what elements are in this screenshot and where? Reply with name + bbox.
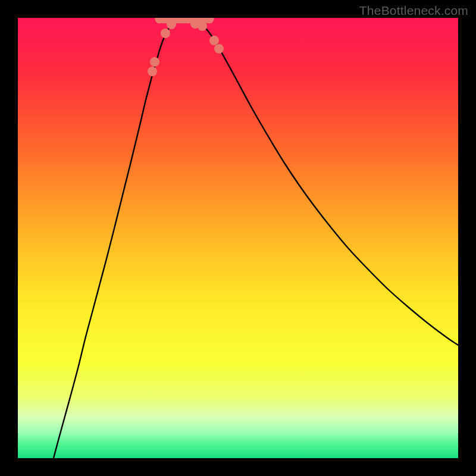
curve-marker	[198, 21, 207, 31]
curve-marker	[150, 57, 159, 67]
curve-marker	[167, 20, 176, 29]
curve-marker	[209, 36, 219, 45]
plot-area	[18, 18, 458, 458]
chart-svg	[18, 18, 458, 458]
watermark-text: TheBottleneck.com	[359, 4, 468, 18]
curve-marker	[214, 44, 224, 54]
curve-marker	[148, 67, 157, 76]
curve-marker	[161, 29, 170, 38]
outer-frame: TheBottleneck.com	[0, 0, 476, 476]
